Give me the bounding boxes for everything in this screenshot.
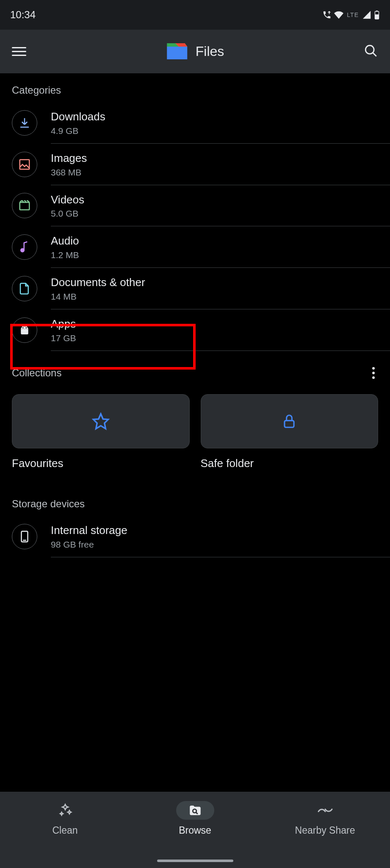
signal-icon	[362, 10, 371, 19]
menu-button[interactable]	[12, 47, 26, 56]
category-label: Audio	[51, 234, 79, 248]
svg-point-3	[365, 45, 374, 54]
svg-point-9	[26, 327, 27, 328]
svg-marker-12	[93, 414, 108, 428]
category-label: Documents & other	[51, 275, 145, 290]
svg-rect-13	[285, 420, 294, 427]
image-icon	[18, 158, 31, 171]
categories-title: Categories	[0, 73, 390, 102]
svg-rect-5	[20, 159, 30, 169]
storage-sub: 98 GB free	[51, 540, 127, 550]
category-size: 17 GB	[51, 333, 76, 343]
browse-icon	[188, 803, 202, 818]
content: Categories Downloads 4.9 GB Images 368 M…	[0, 73, 390, 557]
nearby-share-icon	[317, 803, 334, 818]
svg-line-10	[22, 326, 23, 327]
app-bar: Files	[0, 30, 390, 73]
nav-nearby-share[interactable]: Nearby Share	[260, 801, 390, 836]
search-icon	[364, 44, 378, 58]
bottom-nav: Clean Browse Nearby Share	[0, 792, 390, 868]
category-size: 5.0 GB	[51, 209, 84, 219]
audio-icon	[18, 241, 31, 253]
status-time: 10:34	[10, 9, 36, 21]
collection-label: Favourites	[12, 457, 190, 470]
category-audio[interactable]: Audio 1.2 MB	[0, 226, 390, 268]
collection-label: Safe folder	[201, 457, 379, 470]
storage-internal[interactable]: Internal storage 98 GB free	[0, 516, 390, 557]
wifi-icon	[334, 10, 343, 19]
phone-icon	[18, 530, 31, 543]
category-images[interactable]: Images 368 MB	[0, 144, 390, 185]
storage-label: Internal storage	[51, 523, 127, 538]
nav-browse[interactable]: Browse	[130, 801, 260, 836]
video-icon	[18, 199, 31, 212]
gesture-bar	[157, 860, 233, 862]
category-apps[interactable]: Apps 17 GB	[0, 309, 390, 351]
battery-icon	[374, 10, 380, 19]
category-size: 1.2 MB	[51, 250, 79, 260]
download-icon	[18, 117, 31, 129]
svg-line-11	[26, 326, 28, 327]
wifi-calling-icon	[322, 10, 332, 19]
category-label: Images	[51, 151, 87, 166]
svg-line-4	[373, 53, 376, 56]
category-size: 4.9 GB	[51, 126, 105, 136]
storage-title: Storage devices	[0, 487, 390, 516]
category-label: Videos	[51, 193, 84, 207]
collection-favourites[interactable]: Favourites	[12, 394, 190, 470]
category-size: 368 MB	[51, 167, 87, 178]
category-documents[interactable]: Documents & other 14 MB	[0, 268, 390, 309]
status-icons: LTE	[322, 10, 380, 19]
collection-safe-folder[interactable]: Safe folder	[201, 394, 379, 470]
lock-icon	[281, 413, 297, 429]
category-videos[interactable]: Videos 5.0 GB	[0, 185, 390, 227]
search-button[interactable]	[364, 44, 378, 60]
nav-label: Nearby Share	[295, 825, 355, 836]
files-logo-icon	[166, 43, 188, 60]
category-downloads[interactable]: Downloads 4.9 GB	[0, 102, 390, 144]
category-label: Apps	[51, 317, 76, 331]
collections-more-button[interactable]	[369, 364, 378, 382]
status-bar: 10:34 LTE	[0, 0, 390, 30]
nav-label: Browse	[179, 825, 211, 836]
svg-rect-1	[376, 11, 378, 11]
svg-rect-2	[375, 14, 379, 19]
clean-icon	[58, 803, 72, 818]
app-title: Files	[196, 44, 224, 59]
svg-point-8	[22, 327, 24, 328]
category-label: Downloads	[51, 110, 105, 124]
android-icon	[18, 324, 31, 337]
svg-rect-6	[20, 203, 30, 210]
collections-title: Collections	[12, 367, 61, 379]
network-label: LTE	[347, 11, 359, 18]
nav-clean[interactable]: Clean	[0, 801, 130, 836]
document-icon	[18, 282, 31, 295]
category-size: 14 MB	[51, 292, 145, 302]
star-icon	[92, 412, 110, 430]
nav-label: Clean	[52, 825, 77, 836]
